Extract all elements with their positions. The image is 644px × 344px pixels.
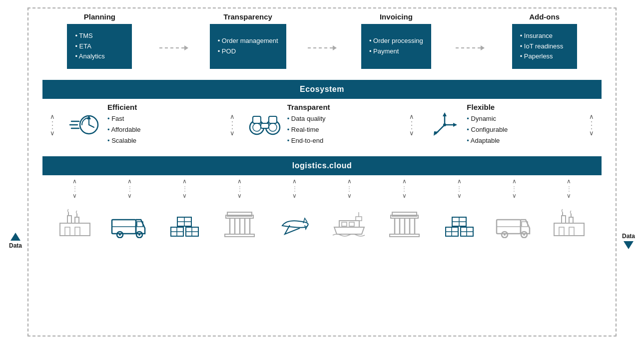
efficient-item-1: Fast xyxy=(107,113,140,124)
factory-icon-1 xyxy=(55,206,95,238)
svg-rect-13 xyxy=(269,116,277,123)
transparent-item-3: End-to-end xyxy=(287,135,330,146)
transparency-title: Transparency xyxy=(223,12,272,21)
svg-rect-82 xyxy=(559,227,564,236)
svg-marker-20 xyxy=(434,131,439,136)
connector-1 xyxy=(157,26,191,69)
feature-transparent: Transparent Data quality Real-time End-t… xyxy=(242,103,402,146)
left-arrows-col: ⋮ xyxy=(42,103,62,146)
svg-point-33 xyxy=(138,234,140,236)
svg-point-79 xyxy=(523,234,525,236)
invoicing-item-2: Payment xyxy=(369,46,423,57)
bottom-arrow-2: ∧ ⋮ ∨ xyxy=(127,178,133,199)
arr-down-mid1 xyxy=(230,129,235,137)
svg-rect-22 xyxy=(65,227,70,236)
svg-marker-16 xyxy=(443,112,447,116)
svg-rect-11 xyxy=(261,123,269,128)
data-text-left: Data xyxy=(9,242,22,249)
addons-item-2: IoT readiness xyxy=(520,41,569,52)
module-addons: Add-ons Insurance IoT readiness Paperles… xyxy=(487,12,602,69)
airplane-icon xyxy=(275,206,315,238)
right-arrow-pair: ⋮ xyxy=(587,113,597,137)
flexible-item-1: Dynamic xyxy=(467,113,508,124)
addons-item-1: Insurance xyxy=(520,31,569,41)
logistics-cloud-section: logistics.cloud xyxy=(42,156,602,175)
connector-3 xyxy=(453,26,487,69)
svg-rect-64 xyxy=(390,234,419,237)
transparency-box: Order management POD xyxy=(210,24,286,69)
flexible-icon xyxy=(427,107,462,142)
svg-rect-53 xyxy=(342,222,347,226)
arr-down-right xyxy=(589,129,594,137)
svg-line-5 xyxy=(89,125,94,127)
invoicing-title: Invoicing xyxy=(380,12,413,21)
efficient-text: Efficient Fast Affordable Scalable xyxy=(107,103,140,146)
flexible-text: Flexible Dynamic Configurable Adaptable xyxy=(467,103,508,146)
middle-arrows-col-2: ⋮ xyxy=(402,103,422,146)
bottom-arrow-5: ∧ ⋮ ∨ xyxy=(292,178,298,199)
dashed-line-2 xyxy=(308,47,333,48)
building-icon-1 xyxy=(220,206,260,238)
transparent-title: Transparent xyxy=(287,103,330,111)
data-label-left: Data xyxy=(9,233,22,249)
ship-icon xyxy=(329,206,369,238)
module-planning: Planning TMS ETA Analytics xyxy=(42,12,157,69)
bottom-arrow-4: ∧ ⋮ ∨ xyxy=(237,178,243,199)
transparent-item-1: Data quality xyxy=(287,113,330,124)
planning-item-1: TMS xyxy=(75,31,124,41)
mid-arrow-pair-1: ⋮ xyxy=(227,113,237,137)
module-transparency: Transparency Order management POD xyxy=(191,12,305,69)
boxes-icon-1 xyxy=(165,206,205,238)
bottom-arrows-row: ∧ ⋮ ∨ ∧ ⋮ ∨ ∧ ⋮ ∨ ∧ ⋮ ∨ ∧ ⋮ ∨ xyxy=(42,175,602,202)
bottom-arrow-8: ∧ ⋮ ∨ xyxy=(456,178,462,199)
feature-flexible: Flexible Dynamic Configurable Adaptable xyxy=(422,103,582,146)
planning-title: Planning xyxy=(84,12,115,21)
building-icon-2 xyxy=(384,206,424,238)
main-container: Data Data Planning TMS ETA Analytics Tra xyxy=(0,0,644,344)
arrow-1 xyxy=(184,45,188,50)
feature-efficient: Efficient Fast Affordable Scalable xyxy=(62,103,222,146)
connector-2 xyxy=(305,26,339,69)
flexible-item-3: Adaptable xyxy=(467,135,508,146)
transparent-icon xyxy=(247,107,282,142)
middle-arrows-col-1: ⋮ xyxy=(222,103,242,146)
transport-icons-row xyxy=(42,202,602,242)
data-label-right: Data xyxy=(622,233,635,249)
triangle-up-left xyxy=(10,233,20,241)
planning-item-2: ETA xyxy=(75,41,124,52)
dashed-line-1 xyxy=(159,47,184,48)
addons-item-3: Paperless xyxy=(520,51,569,62)
arrow-2 xyxy=(333,45,337,50)
ecosystem-section: Ecosystem xyxy=(42,80,602,99)
svg-rect-55 xyxy=(356,217,362,221)
bottom-arrow-3: ∧ ⋮ ∨ xyxy=(182,178,188,199)
svg-point-31 xyxy=(119,234,121,236)
planning-box: TMS ETA Analytics xyxy=(67,24,132,69)
svg-rect-12 xyxy=(253,116,261,123)
flexible-title: Flexible xyxy=(467,103,508,111)
data-text-right: Data xyxy=(622,233,635,240)
svg-rect-84 xyxy=(562,216,566,223)
middle-section: ⋮ xyxy=(42,99,602,150)
arr-down-mid2 xyxy=(409,129,414,137)
efficient-title: Efficient xyxy=(107,103,140,111)
module-invoicing: Invoicing Order processing Payment xyxy=(339,12,454,69)
svg-rect-24 xyxy=(67,216,71,223)
svg-point-10 xyxy=(269,123,277,131)
dashed-line-3 xyxy=(456,47,481,48)
bottom-icons-section: ∧ ⋮ ∨ ∧ ⋮ ∨ ∧ ⋮ ∨ ∧ ⋮ ∨ ∧ ⋮ ∨ xyxy=(42,175,602,242)
bottom-arrow-6: ∧ ⋮ ∨ xyxy=(346,178,352,199)
svg-point-8 xyxy=(253,123,261,131)
transparency-item-2: POD xyxy=(218,46,278,57)
svg-rect-83 xyxy=(569,227,574,236)
efficient-item-2: Affordable xyxy=(107,124,140,135)
transparent-text: Transparent Data quality Real-time End-t… xyxy=(287,103,330,146)
invoicing-box: Order processing Payment xyxy=(361,24,431,69)
boxes-icon-2 xyxy=(439,206,479,238)
triangle-down-right xyxy=(624,241,634,249)
planning-item-3: Analytics xyxy=(75,51,124,62)
transparent-item-2: Real-time xyxy=(287,124,330,135)
left-arrow-pair: ⋮ xyxy=(47,113,57,137)
ecosystem-bar: Ecosystem xyxy=(42,80,602,99)
svg-point-77 xyxy=(504,234,506,236)
